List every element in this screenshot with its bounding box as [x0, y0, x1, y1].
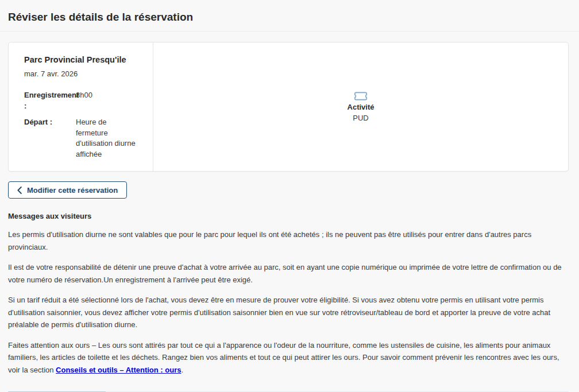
reservation-date: mar. 7 avr. 2026 [24, 69, 142, 78]
checkout-label: Départ : [24, 117, 76, 160]
reservation-summary-card: Parc Provincial Presqu'ile mar. 7 avr. 2… [8, 42, 569, 172]
visitor-message-paragraph: Si un tarif réduit a été sélectionné lor… [8, 294, 569, 331]
activity-label: Activité [348, 103, 375, 111]
review-reservation-page: Réviser les détails de la réservation Pa… [0, 0, 579, 392]
chevron-left-icon [17, 187, 22, 194]
checkin-label: Enregistrement : [24, 90, 76, 111]
visitor-messages-heading: Messages aux visiteurs [8, 212, 569, 220]
checkin-checkout-grid: Enregistrement : 8h00 Départ : Heure de … [24, 90, 142, 160]
page-title: Réviser les détails de la réservation [8, 0, 569, 31]
reservation-details-panel: Parc Provincial Presqu'ile mar. 7 avr. 2… [9, 42, 153, 171]
checkout-value: Heure de fermeture d'utilisation diurne … [76, 117, 140, 160]
modify-reservation-button[interactable]: Modifier cette réservation [8, 181, 127, 199]
bear-advice-link[interactable]: Conseils et outils – Attention : ours [56, 366, 181, 374]
visitor-message-paragraph: Il est de votre responsabilité de déteni… [8, 261, 569, 286]
activity-panel: Activité PUD [153, 42, 568, 171]
bear-warning-suffix: . [181, 366, 183, 374]
park-name: Parc Provincial Presqu'ile [24, 55, 142, 64]
visitor-message-paragraph: Les permis d'utilisation diurne ne sont … [8, 228, 569, 253]
title-divider [0, 31, 579, 32]
visitor-message-paragraph-bears: Faites attention aux ours – Les ours son… [8, 339, 569, 377]
checkin-value: 8h00 [76, 90, 140, 111]
modify-reservation-label: Modifier cette réservation [27, 186, 118, 195]
ticket-icon [354, 92, 368, 100]
activity-value: PUD [353, 114, 368, 122]
